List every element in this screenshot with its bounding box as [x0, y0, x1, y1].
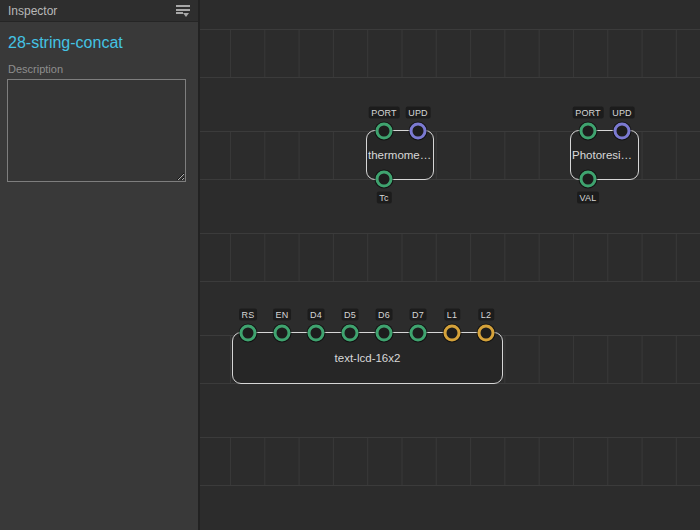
pin-upd[interactable]: UPD: [410, 123, 427, 140]
pin-d4[interactable]: D4: [308, 325, 325, 342]
pin-port[interactable]: PORT: [580, 123, 597, 140]
node-text-lcd-16x2[interactable]: text-lcd-16x2 RS EN D4 D5 D6 D: [232, 332, 503, 384]
pin-d7[interactable]: D7: [410, 325, 427, 342]
pin-upd[interactable]: UPD: [614, 123, 631, 140]
pin-label: L2: [478, 309, 494, 321]
node-label: thermomete…: [367, 149, 433, 161]
pin-label: L1: [444, 309, 460, 321]
pin-label: PORT: [368, 107, 400, 119]
pin-circle: [376, 171, 393, 188]
pin-label: UPD: [609, 107, 635, 119]
node-label: Photoresistor: [571, 149, 638, 161]
pin-label: D6: [375, 309, 393, 321]
inspector-header: Inspector: [0, 0, 198, 22]
description-textarea[interactable]: [7, 79, 186, 182]
pin-label: EN: [273, 309, 292, 321]
pin-circle: [478, 325, 495, 342]
node-label: text-lcd-16x2: [334, 352, 402, 364]
pin-circle: [308, 325, 325, 342]
pin-circle: [410, 325, 427, 342]
pin-circle: [580, 171, 597, 188]
pin-en[interactable]: EN: [274, 325, 291, 342]
pin-rs[interactable]: RS: [240, 325, 257, 342]
pin-tc[interactable]: Tc: [376, 171, 393, 188]
pin-d6[interactable]: D6: [376, 325, 393, 342]
pin-l1[interactable]: L1: [444, 325, 461, 342]
inspector-panel: Inspector 28-string-concat Description: [0, 0, 200, 530]
pin-circle: [614, 123, 631, 140]
pin-label: D7: [409, 309, 427, 321]
pin-label: VAL: [577, 192, 600, 204]
pin-label: Tc: [376, 192, 391, 204]
patch-name: 28-string-concat: [0, 22, 198, 52]
patch-canvas[interactable]: thermomete… PORT UPD Tc Photoresistor PO…: [200, 0, 700, 530]
pin-circle: [240, 325, 257, 342]
pin-port[interactable]: PORT: [376, 123, 393, 140]
xod-ide-window: thermomete… PORT UPD Tc Photoresistor PO…: [0, 0, 700, 530]
inspector-title: Inspector: [8, 4, 57, 18]
pin-circle: [274, 325, 291, 342]
pin-circle: [376, 325, 393, 342]
pin-label: PORT: [572, 107, 604, 119]
pin-label: D5: [341, 309, 359, 321]
pin-circle: [342, 325, 359, 342]
node-thermometer[interactable]: thermomete… PORT UPD Tc: [366, 130, 434, 180]
pin-label: RS: [239, 309, 258, 321]
pin-label: UPD: [405, 107, 431, 119]
pin-val[interactable]: VAL: [580, 171, 597, 188]
pin-d5[interactable]: D5: [342, 325, 359, 342]
pin-circle: [376, 123, 393, 140]
sort-menu-icon[interactable]: [176, 5, 190, 16]
pin-circle: [410, 123, 427, 140]
description-label: Description: [0, 52, 198, 77]
pin-l2[interactable]: L2: [478, 325, 495, 342]
pin-circle: [580, 123, 597, 140]
node-photoresistor[interactable]: Photoresistor PORT UPD VAL: [570, 130, 639, 180]
pin-circle: [444, 325, 461, 342]
pin-label: D4: [307, 309, 325, 321]
